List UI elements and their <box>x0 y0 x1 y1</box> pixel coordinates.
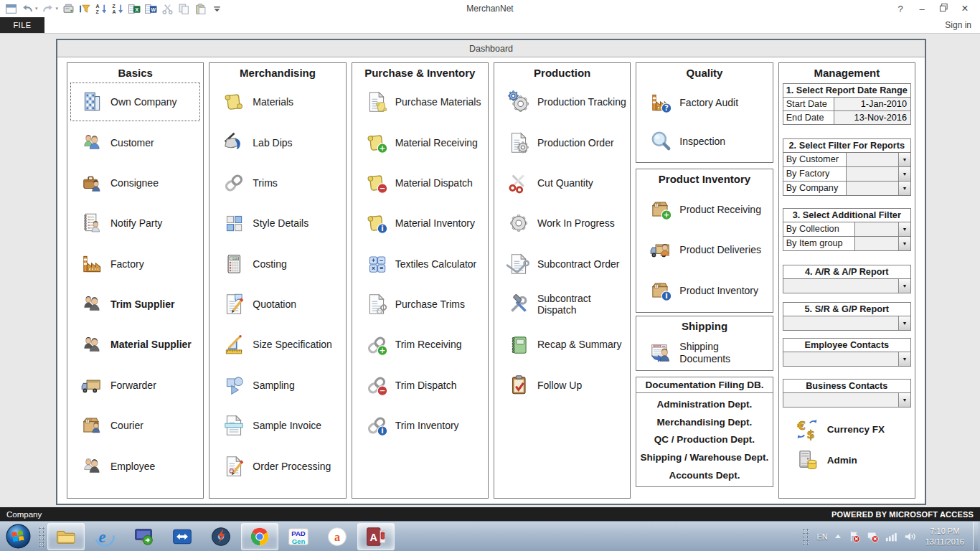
combo-by-company[interactable]: ▼ <box>847 182 910 195</box>
item-admin[interactable]: Admin <box>783 448 911 472</box>
item-factory-audit[interactable]: ?Factory Audit <box>639 90 770 115</box>
paste-button[interactable] <box>193 1 207 16</box>
item-inspection[interactable]: Inspection <box>639 129 770 154</box>
combo-by-customer[interactable]: ▼ <box>847 153 910 166</box>
save-record-button[interactable] <box>61 1 75 16</box>
item-order-processing[interactable]: Order Processing <box>212 446 343 486</box>
item-purchase-materials[interactable]: Purchase Materials <box>354 82 486 122</box>
item-courier[interactable]: Courier <box>70 405 201 446</box>
item-material-supplier[interactable]: Material Supplier <box>70 324 201 364</box>
dropdown-arrow-icon[interactable]: ▾ <box>35 6 38 11</box>
item-factory[interactable]: Factory <box>70 244 201 284</box>
chevron-down-icon[interactable]: ▼ <box>898 352 910 366</box>
item-cut-quantity[interactable]: Cut Quantity <box>496 163 628 203</box>
item-administration-dept[interactable]: Administration Dept. <box>636 399 772 410</box>
item-trims[interactable]: Trims <box>212 163 343 203</box>
item-trim-receiving[interactable]: +Trim Receiving <box>354 324 486 364</box>
item-materials[interactable]: Materials <box>212 82 343 122</box>
item-product-deliveries[interactable]: Product Deliveries <box>639 237 770 262</box>
taskbar-padgen-button[interactable]: PADGen <box>280 523 317 550</box>
item-qc-production-dept[interactable]: QC / Production Dept. <box>636 434 772 445</box>
chevron-down-icon[interactable]: ▼ <box>898 237 910 250</box>
item-shipping-warehouse-dept[interactable]: Shipping / Warehouse Dept. <box>636 452 772 463</box>
date-field-end-date[interactable]: 13-Nov-2016 <box>834 111 910 124</box>
close-button[interactable]: × <box>957 1 973 16</box>
customize-qat-button[interactable] <box>209 1 224 16</box>
network-signal-icon[interactable] <box>885 531 898 542</box>
show-hidden-icons-button[interactable] <box>834 533 842 540</box>
item-subcontract-order[interactable]: Subcontract Order <box>496 244 628 284</box>
sort-descending-button[interactable]: ZA <box>110 1 125 16</box>
item-merchandising-dept[interactable]: Merchandising Dept. <box>636 417 772 428</box>
combo-5-s-r-g-p-report[interactable]: ▼ <box>783 316 910 330</box>
copy-button[interactable] <box>176 1 191 16</box>
item-material-receiving[interactable]: +Material Receiving <box>354 122 486 162</box>
item-production-tracking[interactable]: Production Tracking <box>496 82 628 122</box>
taskbar-internet-explorer-button[interactable]: e <box>86 523 123 550</box>
taskbar-remote-desktop-button[interactable] <box>125 523 162 550</box>
undo-button[interactable] <box>20 1 34 16</box>
item-trim-supplier[interactable]: Trim Supplier <box>70 284 201 324</box>
item-shipping-documents[interactable]: INVOICEShipping Documents <box>639 341 770 365</box>
item-currency-fx[interactable]: €$Currency FX <box>783 417 911 441</box>
taskbar-windows-explorer-button[interactable] <box>47 523 85 550</box>
item-trim-inventory[interactable]: iTrim Inventory <box>354 405 486 446</box>
taskbar-access-button[interactable]: A <box>357 523 395 550</box>
action-center-icon[interactable] <box>848 530 861 543</box>
toggle-filter-button[interactable] <box>77 1 92 16</box>
item-quotation[interactable]: Quotation <box>212 284 343 324</box>
item-style-details[interactable]: Style Details <box>212 203 343 243</box>
item-production-order[interactable]: Production Order <box>496 122 628 162</box>
taskbar-chrome-button[interactable] <box>241 523 278 550</box>
item-sampling[interactable]: Sampling <box>212 365 343 405</box>
chevron-down-icon[interactable]: ▼ <box>898 153 910 166</box>
restore-button[interactable] <box>936 1 951 16</box>
item-recap-summary[interactable]: Recap & Summary <box>496 324 628 364</box>
taskbar-clock[interactable]: 7:10 PM 13/11/2016 <box>923 526 967 547</box>
export-word-button[interactable]: W <box>143 1 158 16</box>
item-customer[interactable]: Customer <box>70 122 201 162</box>
item-subcontract-dispatch[interactable]: Subcontract Dispatch <box>496 284 628 324</box>
chevron-down-icon[interactable]: ▼ <box>898 182 910 195</box>
export-excel-button[interactable]: X <box>127 1 141 16</box>
item-purchase-trims[interactable]: Purchase Trims <box>354 284 486 324</box>
help-button[interactable]: ? <box>892 1 908 16</box>
taskbar-teamviewer-button[interactable] <box>164 523 201 550</box>
item-lab-dips[interactable]: Lab Dips <box>212 122 343 162</box>
date-field-start-date[interactable]: 1-Jan-2010 <box>834 98 910 110</box>
tray-grip[interactable] <box>801 527 809 546</box>
item-sample-invoice[interactable]: Sample Invoice <box>212 405 343 446</box>
item-costing[interactable]: 0.00Costing <box>212 244 343 284</box>
start-button[interactable] <box>0 522 36 551</box>
combo-by-item-group[interactable]: ▼ <box>855 237 910 250</box>
combo-by-collection[interactable]: ▼ <box>855 222 910 236</box>
minimize-button[interactable]: – <box>914 1 930 16</box>
combo-by-factory[interactable]: ▼ <box>847 167 910 181</box>
chevron-down-icon[interactable]: ▼ <box>898 167 910 181</box>
chevron-down-icon[interactable]: ▼ <box>898 222 910 236</box>
item-follow-up[interactable]: Follow Up <box>496 365 628 405</box>
dropdown-arrow-icon[interactable]: ▾ <box>56 6 59 11</box>
form-button[interactable] <box>4 1 18 16</box>
item-size-specification[interactable]: Size Specification <box>212 324 343 364</box>
item-consignee[interactable]: Consignee <box>70 163 201 203</box>
taskbar-daemon-tools-button[interactable] <box>202 523 240 550</box>
item-material-inventory[interactable]: iMaterial Inventory <box>354 203 486 243</box>
chevron-down-icon[interactable]: ▼ <box>898 279 910 293</box>
item-trim-dispatch[interactable]: −Trim Dispatch <box>354 365 486 405</box>
taskbar-grip[interactable] <box>37 526 45 547</box>
item-employee[interactable]: Employee <box>70 446 201 486</box>
item-notify-party[interactable]: Notify Party <box>70 203 201 243</box>
redo-button[interactable] <box>41 1 55 16</box>
combo-employee-contacts[interactable]: ▼ <box>783 352 910 366</box>
chevron-down-icon[interactable]: ▼ <box>898 393 910 407</box>
item-product-receiving[interactable]: +Product Receiving <box>639 197 770 222</box>
item-material-dispatch[interactable]: −Material Dispatch <box>354 163 486 203</box>
item-accounts-dept[interactable]: Accounts Dept. <box>636 470 772 481</box>
show-desktop-button[interactable] <box>973 522 978 551</box>
cut-button[interactable] <box>160 1 174 16</box>
sign-in-link[interactable]: Sign in <box>945 17 980 33</box>
item-textiles-calculator[interactable]: +−×=Textiles Calculator <box>354 244 486 284</box>
item-work-in-progress[interactable]: Work In Progress <box>496 203 628 243</box>
item-forwarder[interactable]: Forwarder <box>70 365 201 405</box>
